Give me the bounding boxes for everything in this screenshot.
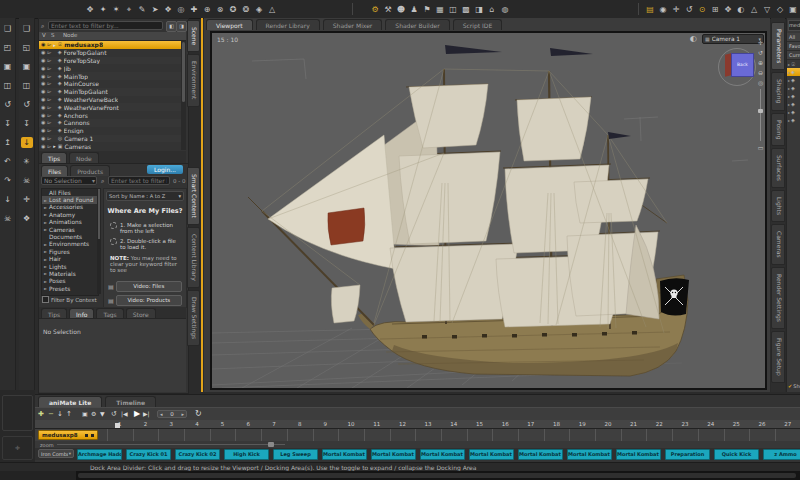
save-as-icon[interactable]: ◫ xyxy=(2,80,14,91)
folder-item[interactable]: ► Anatomy xyxy=(42,211,98,218)
sort-dropdown[interactable]: Sort by Name : A to Z ▾ xyxy=(106,191,184,201)
remove-block-icon[interactable]: − xyxy=(48,408,54,420)
viewport-tab[interactable]: Viewport xyxy=(206,19,253,30)
geometry-editor-tool-icon[interactable]: ❖ xyxy=(163,2,173,16)
track-cell[interactable] xyxy=(107,429,133,441)
frame-selection-icon[interactable]: ✥ xyxy=(723,2,733,16)
scene-node-row[interactable]: ◉ ▻ ▸ ◈ MainCourse xyxy=(39,80,181,88)
node-snap-icon[interactable]: ✳ xyxy=(21,156,33,167)
filter-by-context[interactable]: Filter By Context xyxy=(42,296,97,303)
spin-left-icon[interactable]: ◂ xyxy=(160,411,163,417)
spot-render-tool-icon[interactable]: △ xyxy=(267,2,277,16)
aniblock[interactable]: z Ammo xyxy=(763,449,800,460)
aim-tool-icon[interactable]: ◐ xyxy=(736,2,746,16)
viewport-tab[interactable]: Shader Builder xyxy=(385,19,449,30)
track-cell[interactable] xyxy=(698,429,724,441)
dock-tab[interactable]: Draw Settings xyxy=(187,290,200,346)
character-preset-icon[interactable]: ♟ xyxy=(409,2,419,16)
track-cell[interactable] xyxy=(158,429,184,441)
save-file-icon[interactable]: ▣ xyxy=(2,61,14,72)
dock-tab[interactable]: Environment xyxy=(187,54,200,106)
gear-icon[interactable]: ⚙ xyxy=(91,408,96,420)
zoom-out-icon[interactable]: ⊖ xyxy=(758,69,763,76)
select-icon[interactable]: ▻ xyxy=(47,135,51,142)
shaping-preset-icon[interactable]: ◫ xyxy=(448,2,458,16)
select-icon[interactable]: ▻ xyxy=(47,49,51,56)
import-icon[interactable]: ↧ xyxy=(2,118,14,129)
align-nodes-icon[interactable]: ✛ xyxy=(21,194,33,205)
track-header[interactable]: medusaxp8 xyxy=(38,430,98,440)
pan-tool-icon[interactable]: ⊙ xyxy=(697,2,707,16)
zoom-in-icon[interactable]: ⊕ xyxy=(758,59,763,66)
track-cell[interactable] xyxy=(441,429,467,441)
content-filter-input[interactable] xyxy=(108,176,170,185)
scene-node-row[interactable]: ◉ ▻ ▸ ◈ Cannons xyxy=(39,119,181,127)
track-cell[interactable] xyxy=(569,429,595,441)
login-button[interactable]: Login... xyxy=(147,165,183,174)
video-files-button[interactable]: Video: Files xyxy=(116,281,182,292)
show-toggle[interactable]: ✔ Show xyxy=(788,383,800,389)
spin-right-icon[interactable]: ▸ xyxy=(181,411,184,417)
dolly-tool-icon[interactable]: ⊞ xyxy=(710,2,720,16)
merge-icon[interactable]: ↓ xyxy=(2,194,14,205)
reset-view-icon[interactable]: ▭ xyxy=(758,144,764,151)
dock-area-divider[interactable] xyxy=(201,18,203,392)
eye-icon[interactable]: ◉ xyxy=(41,119,45,126)
render-preset-icon[interactable]: ◨ xyxy=(474,2,484,16)
eye-icon[interactable]: ◉ xyxy=(41,112,45,119)
dock-tab[interactable]: Content Library xyxy=(187,227,200,288)
folder-item[interactable]: ► Accessories xyxy=(42,204,98,211)
content-subtab[interactable]: Tips xyxy=(41,308,67,318)
camera-view-icon[interactable]: ✛ xyxy=(671,2,681,16)
perspective-toggle-icon[interactable]: △ xyxy=(749,2,759,16)
folder-item[interactable]: ► Environments xyxy=(42,241,98,248)
node-editor-tool-icon[interactable]: ➤ xyxy=(150,2,160,16)
select-icon[interactable]: ▻ xyxy=(47,41,51,48)
select-icon[interactable]: ▻ xyxy=(47,112,51,119)
create-node-icon[interactable]: ✚ xyxy=(189,2,199,16)
eye-icon[interactable]: ◉ xyxy=(41,143,45,150)
track-solo-icon[interactable] xyxy=(91,434,94,437)
track-cell[interactable] xyxy=(672,429,698,441)
view-cube[interactable]: Back xyxy=(731,53,754,77)
lock-icon[interactable]: ▣ xyxy=(82,408,88,420)
scene-node-row[interactable]: ◉ ▻ ▸ ◈ MainTop xyxy=(39,72,181,80)
select-icon[interactable]: ▻ xyxy=(47,119,51,126)
aniblock[interactable]: Mortal Kombat 04 xyxy=(469,449,514,460)
skip-end-icon[interactable]: ▶| xyxy=(143,408,150,420)
eye-icon[interactable]: ◉ xyxy=(41,80,45,87)
track-cell[interactable] xyxy=(518,429,544,441)
content-subtab[interactable]: Info xyxy=(69,308,94,318)
undo-icon[interactable]: ↶ xyxy=(2,156,14,167)
funnel-icon[interactable]: ▼ xyxy=(100,408,105,420)
dock-tab[interactable]: Lights xyxy=(771,190,785,222)
help-tool-icon[interactable]: ◍ xyxy=(500,2,510,16)
material-preset-icon[interactable]: ▩ xyxy=(461,2,471,16)
scene-scrollbar[interactable] xyxy=(181,41,186,150)
dock-tab[interactable]: Shaping xyxy=(771,72,785,110)
export-icon[interactable]: ↥ xyxy=(2,137,14,148)
select-icon[interactable]: ▻ xyxy=(47,80,51,87)
camera-selector[interactable]: ▦ Camera 1 ▾ xyxy=(702,34,764,44)
expand-icon[interactable]: ▸ xyxy=(53,42,56,48)
new-file-icon[interactable]: ❑ xyxy=(2,23,14,34)
sphere-icon[interactable]: ◐ xyxy=(690,34,697,43)
smart-content-toggle-icon[interactable]: ☻ xyxy=(396,2,406,16)
track-cell[interactable] xyxy=(595,429,621,441)
scene-node-row[interactable]: ◉ ▻ ▸ ◎ Camera 1 xyxy=(39,135,181,143)
scene-node-row[interactable]: ◉ ▻ ▸ ◈ MainTopGalant xyxy=(39,88,181,96)
simulation-icon[interactable]: ⚒ xyxy=(383,2,393,16)
rotate-tool-icon[interactable]: ✦ xyxy=(98,2,108,16)
collapsed-panel[interactable]: ✚ xyxy=(2,436,33,460)
scene-node-row[interactable]: ◉ ▻ ▸ ▣ Cameras xyxy=(39,142,181,150)
eye-icon[interactable]: ◉ xyxy=(41,73,45,80)
scene-node-row[interactable]: ◉ ▻ ▸ ☉ medusaxp8 xyxy=(39,41,181,49)
translate-tool-icon[interactable]: ⌖ xyxy=(124,2,134,16)
viewport-3d-scene[interactable] xyxy=(212,33,765,388)
track-cell[interactable] xyxy=(261,429,287,441)
aniblock[interactable]: Mortal Kombat 01 xyxy=(322,449,367,460)
select-icon[interactable]: ▻ xyxy=(47,143,51,150)
scene-node-row[interactable]: ◉ ▻ ▸ ◈ WeatherVaneBack xyxy=(39,96,181,104)
track-cell[interactable] xyxy=(338,429,364,441)
content-subtab[interactable]: Store xyxy=(126,308,156,318)
